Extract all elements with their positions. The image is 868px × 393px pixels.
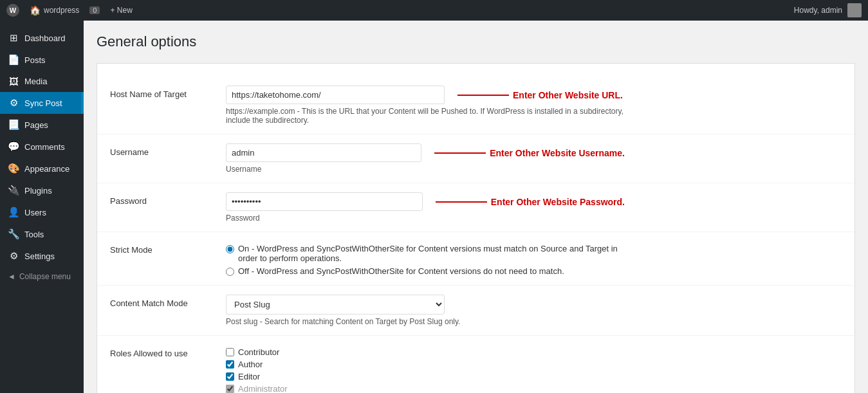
sidebar-label-media: Media [24, 77, 47, 86]
strict-mode-row: Strict Mode On - WordPress and SyncPostW… [97, 232, 854, 286]
strict-mode-on-option[interactable]: On - WordPress and SyncPostWithOtherSite… [226, 244, 625, 263]
new-label: + New [110, 6, 132, 15]
sidebar-item-plugins[interactable]: 🔌 Plugins [0, 179, 84, 201]
new-link[interactable]: + New [110, 6, 132, 15]
appearance-icon: 🎨 [8, 163, 19, 174]
layout: ⊞ Dashboard 📄 Posts 🖼 Media ⚙ Sync Post … [0, 21, 868, 393]
sidebar-label-settings: Settings [24, 251, 55, 261]
content-match-mode-field: Post Slug Post ID Post Title Post slug -… [226, 295, 625, 326]
host-name-field: Enter Other Website URL. https://example… [226, 86, 625, 125]
strict-mode-on-text: On - WordPress and SyncPostWithOtherSite… [238, 244, 625, 263]
strict-mode-off-text: Off - WordPress and SyncPostWithOtherSit… [238, 266, 564, 276]
sidebar-item-appearance[interactable]: 🎨 Appearance [0, 158, 84, 179]
role-contributor-label: Contributor [238, 347, 279, 357]
strict-mode-off-option[interactable]: Off - WordPress and SyncPostWithOtherSit… [226, 266, 625, 276]
sidebar-label-pages: Pages [24, 120, 48, 130]
username-field: Enter Other Website Username. Username [226, 143, 625, 174]
general-options-form: Host Name of Target Enter Other Website … [97, 63, 855, 393]
site-name-link[interactable]: 🏠 wordpress [30, 5, 79, 15]
comments-link[interactable]: 0 [89, 6, 100, 14]
role-administrator-checkbox[interactable] [226, 385, 234, 393]
roles-allowed-row: Roles Allowed to use Contributor Author [97, 336, 854, 393]
sidebar-label-users: Users [24, 208, 46, 217]
sidebar-item-comments[interactable]: 💬 Comments [0, 136, 84, 158]
strict-mode-field: On - WordPress and SyncPostWithOtherSite… [226, 241, 625, 276]
role-author[interactable]: Author [226, 360, 625, 369]
sidebar-item-settings[interactable]: ⚙ Settings [0, 245, 84, 267]
role-administrator-label: Administrator [238, 384, 288, 393]
users-icon: 👤 [8, 206, 19, 218]
content-match-mode-hint: Post slug - Search for matching Content … [226, 317, 625, 326]
strict-mode-off-radio[interactable] [226, 268, 234, 276]
admin-bar-right: Howdy, admin [794, 3, 862, 17]
pages-icon: 📃 [8, 119, 19, 131]
sidebar-item-tools[interactable]: 🔧 Tools [0, 223, 84, 245]
sidebar-item-sync-post[interactable]: ⚙ Sync Post [0, 92, 84, 114]
password-annotation-text: Enter Other Website Password. [491, 197, 625, 207]
password-arrow-line [436, 201, 487, 203]
sidebar-item-pages[interactable]: 📃 Pages [0, 114, 84, 136]
comment-count: 0 [89, 6, 100, 14]
role-administrator[interactable]: Administrator [226, 384, 625, 393]
collapse-menu-label: Collapse menu [19, 272, 71, 281]
password-input[interactable] [226, 192, 423, 211]
role-contributor[interactable]: Contributor [226, 347, 625, 357]
role-contributor-checkbox[interactable] [226, 348, 234, 356]
sidebar-item-posts[interactable]: 📄 Posts [0, 49, 84, 71]
home-icon: 🏠 [30, 5, 41, 15]
username-input-wrapper: Enter Other Website Username. [226, 143, 625, 162]
sidebar-label-appearance: Appearance [24, 164, 69, 174]
site-name: wordpress [44, 6, 79, 15]
username-input[interactable] [226, 143, 421, 162]
password-row: Password Enter Other Website Password. P… [97, 183, 854, 232]
username-annotation: Enter Other Website Username. [434, 148, 625, 158]
strict-mode-radio-group: On - WordPress and SyncPostWithOtherSite… [226, 241, 625, 276]
sidebar-label-tools: Tools [24, 230, 44, 239]
sidebar-item-users[interactable]: 👤 Users [0, 201, 84, 223]
posts-icon: 📄 [8, 54, 19, 66]
role-author-checkbox[interactable] [226, 360, 234, 369]
host-name-annotation: Enter Other Website URL. [457, 90, 623, 100]
username-annotation-text: Enter Other Website Username. [490, 148, 625, 158]
username-row: Username Enter Other Website Username. U… [97, 134, 854, 183]
password-label: Password [110, 192, 213, 206]
content-match-mode-label: Content Match Mode [110, 295, 213, 308]
howdy-text: Howdy, admin [794, 6, 842, 15]
role-editor-label: Editor [238, 372, 260, 381]
main-content: General options Host Name of Target Ente… [84, 21, 868, 393]
sidebar-label-posts: Posts [24, 55, 46, 65]
wp-logo-link[interactable]: W [6, 4, 19, 17]
sidebar-label-comments: Comments [24, 142, 65, 152]
admin-avatar [847, 3, 862, 17]
roles-checkbox-group: Contributor Author Editor Administr [226, 345, 625, 393]
host-name-hint: https://example.com - This is the URL th… [226, 107, 625, 125]
password-annotation: Enter Other Website Password. [436, 197, 625, 207]
strict-mode-label: Strict Mode [110, 241, 213, 255]
page-title: General options [97, 33, 855, 50]
dashboard-icon: ⊞ [8, 32, 19, 44]
password-hint: Password [226, 214, 625, 223]
username-hint: Username [226, 165, 625, 174]
host-name-input[interactable] [226, 86, 445, 104]
wp-logo-icon: W [6, 4, 19, 17]
password-input-wrapper: Enter Other Website Password. [226, 192, 625, 211]
sidebar-label-plugins: Plugins [24, 186, 52, 196]
username-label: Username [110, 143, 213, 157]
content-match-mode-select[interactable]: Post Slug Post ID Post Title [226, 295, 445, 315]
host-name-annotation-text: Enter Other Website URL. [513, 90, 623, 100]
role-editor[interactable]: Editor [226, 372, 625, 381]
host-name-input-wrapper: Enter Other Website URL. [226, 86, 625, 104]
host-name-row: Host Name of Target Enter Other Website … [97, 77, 854, 134]
roles-allowed-field: Contributor Author Editor Administr [226, 345, 625, 393]
strict-mode-on-radio[interactable] [226, 245, 234, 253]
role-author-label: Author [238, 360, 263, 369]
tools-icon: 🔧 [8, 228, 19, 240]
collapse-menu-button[interactable]: ◄ Collapse menu [0, 267, 84, 286]
sidebar: ⊞ Dashboard 📄 Posts 🖼 Media ⚙ Sync Post … [0, 21, 84, 393]
sidebar-item-dashboard[interactable]: ⊞ Dashboard [0, 27, 84, 49]
collapse-arrow-icon: ◄ [8, 272, 15, 281]
role-editor-checkbox[interactable] [226, 372, 234, 381]
sync-post-icon: ⚙ [8, 97, 19, 109]
sidebar-item-media[interactable]: 🖼 Media [0, 71, 84, 92]
host-name-label: Host Name of Target [110, 86, 213, 99]
